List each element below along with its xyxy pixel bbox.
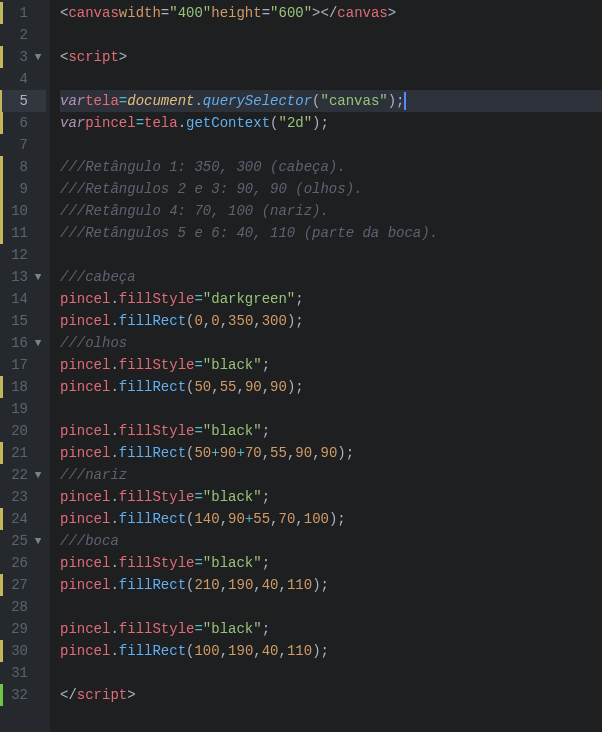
code-area[interactable]: <canvas width="400" height="600"> </canv… bbox=[50, 0, 602, 732]
fold-toggle-icon[interactable]: ▼ bbox=[30, 266, 46, 288]
gutter-line-19[interactable]: 19 bbox=[2, 398, 46, 420]
gutter-line-4[interactable]: 4 bbox=[2, 68, 46, 90]
line-number: 11 bbox=[4, 222, 28, 244]
gutter-line-23[interactable]: 23 bbox=[2, 486, 46, 508]
line-number: 12 bbox=[4, 244, 28, 266]
gutter-line-9[interactable]: 9 bbox=[2, 178, 46, 200]
gutter-line-13[interactable]: 13▼ bbox=[2, 266, 46, 288]
gutter-line-27[interactable]: 27 bbox=[2, 574, 46, 596]
line-number: 31 bbox=[4, 662, 28, 684]
code-line-26[interactable]: pincel.fillStyle = "black"; bbox=[60, 552, 602, 574]
gutter-line-22[interactable]: 22▼ bbox=[2, 464, 46, 486]
line-number: 3 bbox=[4, 46, 28, 68]
gutter-line-2[interactable]: 2 bbox=[2, 24, 46, 46]
gutter-line-30[interactable]: 30 bbox=[2, 640, 46, 662]
line-number: 16 bbox=[4, 332, 28, 354]
line-number: 13 bbox=[4, 266, 28, 288]
gutter-line-18[interactable]: 18 bbox=[2, 376, 46, 398]
code-line-24[interactable]: pincel.fillRect (140,90+55, 70,100); bbox=[60, 508, 602, 530]
code-editor[interactable]: 123▼45678910111213▼141516▼171819202122▼2… bbox=[0, 0, 602, 732]
line-number: 15 bbox=[4, 310, 28, 332]
code-line-11[interactable]: ///Retângulos 5 e 6: 40, 110 (parte da b… bbox=[60, 222, 602, 244]
code-line-12[interactable] bbox=[60, 244, 602, 266]
code-line-18[interactable]: pincel.fillRect (50,55, 90,90); bbox=[60, 376, 602, 398]
line-number: 6 bbox=[4, 112, 28, 134]
code-line-17[interactable]: pincel.fillStyle = "black"; bbox=[60, 354, 602, 376]
line-number: 27 bbox=[4, 574, 28, 596]
line-number: 25 bbox=[4, 530, 28, 552]
gutter-line-5[interactable]: 5 bbox=[2, 90, 46, 112]
gutter-line-3[interactable]: 3▼ bbox=[2, 46, 46, 68]
line-number: 28 bbox=[4, 596, 28, 618]
code-line-6[interactable]: var pincel = tela.getContext("2d"); bbox=[60, 112, 602, 134]
line-number: 9 bbox=[4, 178, 28, 200]
code-line-30[interactable]: pincel.fillRect (100,190, 40,110); bbox=[60, 640, 602, 662]
fold-toggle-icon[interactable]: ▼ bbox=[30, 332, 46, 354]
code-line-10[interactable]: ///Retângulo 4: 70, 100 (nariz). bbox=[60, 200, 602, 222]
gutter-line-8[interactable]: 8 bbox=[2, 156, 46, 178]
code-line-15[interactable]: pincel.fillRect (0,0, 350,300); bbox=[60, 310, 602, 332]
line-number: 7 bbox=[4, 134, 28, 156]
line-number: 1 bbox=[4, 2, 28, 24]
code-line-7[interactable] bbox=[60, 134, 602, 156]
gutter-line-11[interactable]: 11 bbox=[2, 222, 46, 244]
gutter-line-17[interactable]: 17 bbox=[2, 354, 46, 376]
gutter-line-20[interactable]: 20 bbox=[2, 420, 46, 442]
code-line-25[interactable]: ///boca bbox=[60, 530, 602, 552]
code-line-27[interactable]: pincel.fillRect (210,190, 40,110); bbox=[60, 574, 602, 596]
gutter-line-15[interactable]: 15 bbox=[2, 310, 46, 332]
code-line-21[interactable]: pincel.fillRect (50+90+70,55, 90,90); bbox=[60, 442, 602, 464]
gutter-line-1[interactable]: 1 bbox=[2, 2, 46, 24]
gutter-line-12[interactable]: 12 bbox=[2, 244, 46, 266]
line-number: 22 bbox=[4, 464, 28, 486]
line-number: 17 bbox=[4, 354, 28, 376]
code-line-22[interactable]: ///nariz bbox=[60, 464, 602, 486]
gutter-line-6[interactable]: 6 bbox=[2, 112, 46, 134]
line-number: 18 bbox=[4, 376, 28, 398]
code-line-2[interactable] bbox=[60, 24, 602, 46]
gutter-line-10[interactable]: 10 bbox=[2, 200, 46, 222]
gutter-line-32[interactable]: 32 bbox=[2, 684, 46, 706]
code-line-3[interactable]: <script> bbox=[60, 46, 602, 68]
line-number: 26 bbox=[4, 552, 28, 574]
gutter-line-25[interactable]: 25▼ bbox=[2, 530, 46, 552]
gutter-line-16[interactable]: 16▼ bbox=[2, 332, 46, 354]
code-line-23[interactable]: pincel.fillStyle = "black"; bbox=[60, 486, 602, 508]
code-line-14[interactable]: pincel.fillStyle = "darkgreen"; bbox=[60, 288, 602, 310]
code-line-29[interactable]: pincel.fillStyle = "black"; bbox=[60, 618, 602, 640]
code-line-5[interactable]: var tela = document.querySelector("canva… bbox=[60, 90, 602, 112]
fold-toggle-icon[interactable]: ▼ bbox=[30, 530, 46, 552]
fold-toggle-icon[interactable]: ▼ bbox=[30, 46, 46, 68]
line-number: 20 bbox=[4, 420, 28, 442]
fold-toggle-icon[interactable]: ▼ bbox=[30, 464, 46, 486]
gutter-line-14[interactable]: 14 bbox=[2, 288, 46, 310]
line-number: 8 bbox=[4, 156, 28, 178]
code-line-32[interactable]: </script> bbox=[60, 684, 602, 706]
line-number: 32 bbox=[4, 684, 28, 706]
gutter-line-24[interactable]: 24 bbox=[2, 508, 46, 530]
gutter[interactable]: 123▼45678910111213▼141516▼171819202122▼2… bbox=[0, 0, 50, 732]
line-number: 30 bbox=[4, 640, 28, 662]
line-number: 2 bbox=[4, 24, 28, 46]
gutter-line-31[interactable]: 31 bbox=[2, 662, 46, 684]
code-line-28[interactable] bbox=[60, 596, 602, 618]
code-line-9[interactable]: ///Retângulos 2 e 3: 90, 90 (olhos). bbox=[60, 178, 602, 200]
line-number: 19 bbox=[4, 398, 28, 420]
gutter-line-28[interactable]: 28 bbox=[2, 596, 46, 618]
code-line-8[interactable]: ///Retângulo 1: 350, 300 (cabeça). bbox=[60, 156, 602, 178]
code-line-4[interactable] bbox=[60, 68, 602, 90]
gutter-line-29[interactable]: 29 bbox=[2, 618, 46, 640]
line-number: 14 bbox=[4, 288, 28, 310]
code-line-19[interactable] bbox=[60, 398, 602, 420]
code-line-13[interactable]: ///cabeça bbox=[60, 266, 602, 288]
code-line-31[interactable] bbox=[60, 662, 602, 684]
line-number: 23 bbox=[4, 486, 28, 508]
gutter-line-7[interactable]: 7 bbox=[2, 134, 46, 156]
code-line-20[interactable]: pincel.fillStyle = "black"; bbox=[60, 420, 602, 442]
line-number: 10 bbox=[4, 200, 28, 222]
gutter-line-26[interactable]: 26 bbox=[2, 552, 46, 574]
line-number: 29 bbox=[4, 618, 28, 640]
code-line-16[interactable]: ///olhos bbox=[60, 332, 602, 354]
code-line-1[interactable]: <canvas width="400" height="600"> </canv… bbox=[60, 2, 602, 24]
gutter-line-21[interactable]: 21 bbox=[2, 442, 46, 464]
